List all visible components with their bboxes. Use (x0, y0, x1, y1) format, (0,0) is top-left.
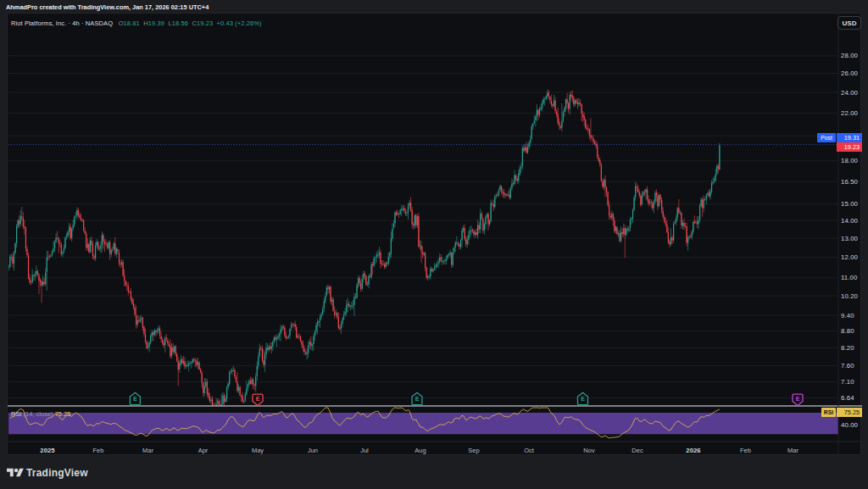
svg-text:E: E (581, 396, 585, 402)
svg-text:E: E (415, 396, 420, 402)
svg-text:E: E (133, 396, 137, 402)
svg-text:E: E (796, 396, 800, 402)
svg-text:E: E (256, 396, 260, 402)
